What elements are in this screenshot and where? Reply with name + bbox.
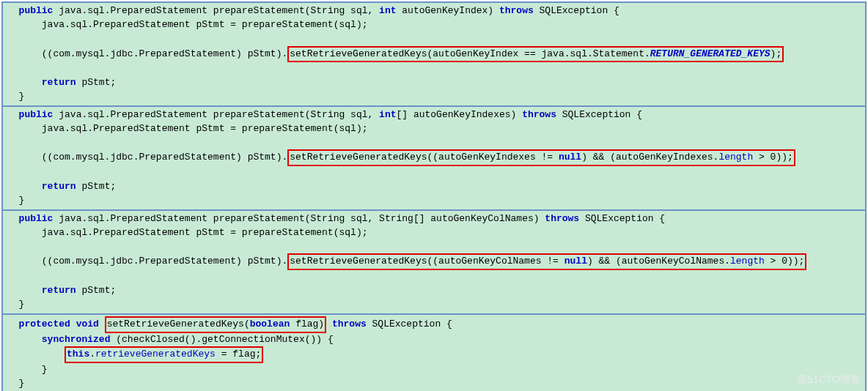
code-line[interactable]: } [3, 377, 865, 391]
code-line[interactable]: synchronized (checkClosed().getConnectio… [3, 333, 865, 347]
keyword: return [42, 77, 76, 88]
keyword: public [19, 109, 54, 120]
field-ref: length [730, 256, 765, 267]
code-line[interactable]: return pStmt; [3, 180, 865, 194]
code-line[interactable]: } [3, 90, 865, 104]
keyword: return [42, 181, 76, 192]
field-ref: retrieveGeneratedKeys [95, 349, 216, 360]
code-line[interactable]: java.sql.PreparedStatement pStmt = prepa… [3, 122, 865, 136]
code-line[interactable]: this.retrieveGeneratedKeys = flag; [3, 346, 865, 363]
code-line[interactable]: } [3, 298, 865, 312]
code-line[interactable]: public java.sql.PreparedStatement prepar… [3, 212, 865, 226]
keyword: null [564, 256, 587, 267]
code-block[interactable]: protected void setRetrieveGeneratedKeys(… [3, 313, 865, 391]
keyword: throws [499, 5, 534, 16]
code-block[interactable]: public java.sql.PreparedStatement prepar… [3, 105, 865, 209]
code-line[interactable]: ((com.mysql.jdbc.PreparedStatement) pStm… [3, 253, 865, 270]
keyword: protected [19, 319, 70, 329]
code-line[interactable]: java.sql.PreparedStatement pStmt = prepa… [3, 18, 865, 32]
highlight-box: setRetrieveGeneratedKeys((autoGenKeyColN… [287, 253, 806, 270]
keyword: throws [522, 109, 556, 120]
code-line[interactable] [3, 166, 865, 180]
keyword: synchronized [42, 334, 111, 345]
keyword: void [76, 319, 99, 329]
code-line[interactable] [3, 32, 865, 46]
keyword: throws [545, 213, 579, 224]
code-line[interactable] [3, 62, 865, 76]
code-block[interactable]: public java.sql.PreparedStatement prepar… [3, 209, 865, 313]
code-line[interactable]: } [3, 363, 865, 377]
keyword: public [19, 5, 54, 16]
keyword: public [19, 213, 54, 224]
code-line[interactable]: ((com.mysql.jdbc.PreparedStatement) pStm… [3, 46, 865, 63]
field-ref: length [718, 152, 753, 163]
static-field-ref: RETURN_GENERATED_KEYS [650, 48, 770, 59]
code-line[interactable] [3, 136, 865, 150]
code-line[interactable]: public java.sql.PreparedStatement prepar… [3, 4, 865, 18]
keyword: int [379, 109, 396, 120]
code-line[interactable] [3, 240, 865, 254]
code-line[interactable]: } [3, 194, 865, 208]
keyword: this [67, 349, 89, 360]
keyword: boolean [250, 319, 290, 329]
code-container: public java.sql.PreparedStatement prepar… [1, 1, 867, 391]
keyword: throws [332, 319, 367, 329]
code-block[interactable]: public java.sql.PreparedStatement prepar… [3, 3, 865, 105]
code-line[interactable] [3, 270, 865, 284]
keyword: null [559, 152, 581, 163]
code-line[interactable]: protected void setRetrieveGeneratedKeys(… [3, 316, 865, 333]
code-line[interactable]: return pStmt; [3, 76, 865, 90]
highlight-box: setRetrieveGeneratedKeys(autoGenKeyIndex… [287, 46, 784, 63]
highlight-box: setRetrieveGeneratedKeys((autoGenKeyInde… [287, 149, 795, 166]
keyword: int [379, 5, 396, 16]
highlight-box: setRetrieveGeneratedKeys(boolean flag) [105, 316, 326, 333]
code-line[interactable]: public java.sql.PreparedStatement prepar… [3, 108, 865, 122]
keyword: return [42, 285, 76, 296]
code-line[interactable]: java.sql.PreparedStatement pStmt = prepa… [3, 226, 865, 240]
highlight-box: this.retrieveGeneratedKeys = flag; [65, 346, 263, 363]
code-line[interactable]: return pStmt; [3, 284, 865, 298]
code-line[interactable]: ((com.mysql.jdbc.PreparedStatement) pStm… [3, 149, 865, 166]
